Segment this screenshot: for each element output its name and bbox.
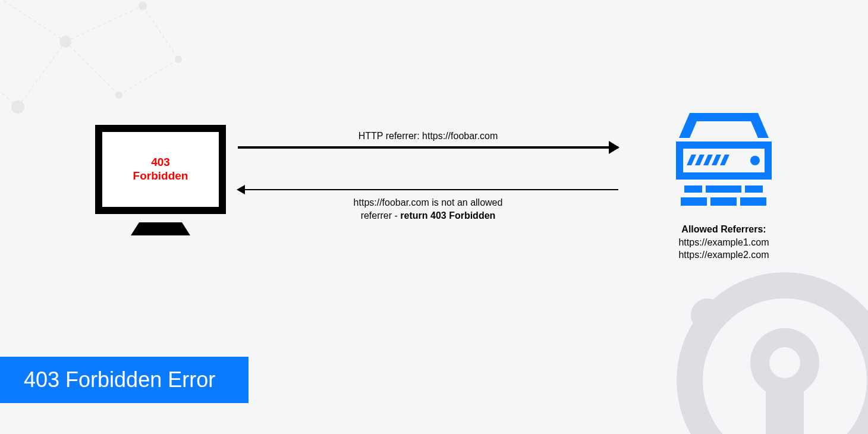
svg-rect-31 (740, 197, 766, 206)
error-code: 403 (151, 156, 170, 169)
svg-rect-29 (681, 197, 707, 206)
svg-line-1 (65, 6, 143, 42)
forbidden-diagram: 403 Forbidden HTTP referrer: https://foo… (95, 125, 785, 279)
svg-marker-22 (703, 155, 713, 165)
svg-line-2 (18, 42, 65, 107)
response-label: https://foobar.com is not an allowed ref… (238, 196, 618, 222)
svg-point-19 (769, 347, 800, 378)
svg-line-5 (143, 6, 178, 59)
svg-point-14 (175, 56, 182, 63)
svg-rect-28 (745, 185, 763, 193)
allowed-referrer-item: https://example1.com (669, 236, 779, 249)
svg-marker-24 (720, 155, 729, 165)
svg-rect-30 (710, 197, 737, 206)
svg-marker-21 (695, 155, 705, 165)
request-response-arrows: HTTP referrer: https://foobar.com https:… (238, 131, 618, 222)
svg-line-3 (65, 42, 119, 95)
svg-line-6 (119, 59, 178, 95)
allowed-referrers-heading: Allowed Referrers: (669, 223, 779, 236)
svg-point-10 (139, 2, 147, 10)
svg-marker-23 (712, 155, 721, 165)
svg-line-0 (0, 0, 65, 42)
svg-point-11 (11, 100, 24, 114)
server: Allowed Referrers: https://example1.com … (669, 108, 779, 262)
svg-point-9 (59, 36, 71, 48)
allowed-referrer-item: https://example2.com (669, 249, 779, 262)
allowed-referrers-list: Allowed Referrers: https://example1.com … (669, 223, 779, 262)
svg-marker-20 (687, 155, 696, 165)
svg-rect-27 (706, 185, 741, 193)
request-arrow-icon (238, 146, 618, 149)
svg-rect-26 (684, 185, 702, 193)
error-text: Forbidden (133, 169, 188, 183)
page-title: 403 Forbidden Error (0, 357, 249, 403)
svg-point-25 (750, 156, 760, 165)
svg-point-16 (691, 298, 724, 332)
server-icon (669, 108, 779, 212)
keycdn-logo-icon (660, 256, 868, 434)
response-arrow-icon (238, 189, 618, 190)
client-monitor-icon: 403 Forbidden (95, 125, 226, 235)
request-label: HTTP referrer: https://foobar.com (238, 131, 618, 141)
svg-point-12 (115, 92, 122, 99)
